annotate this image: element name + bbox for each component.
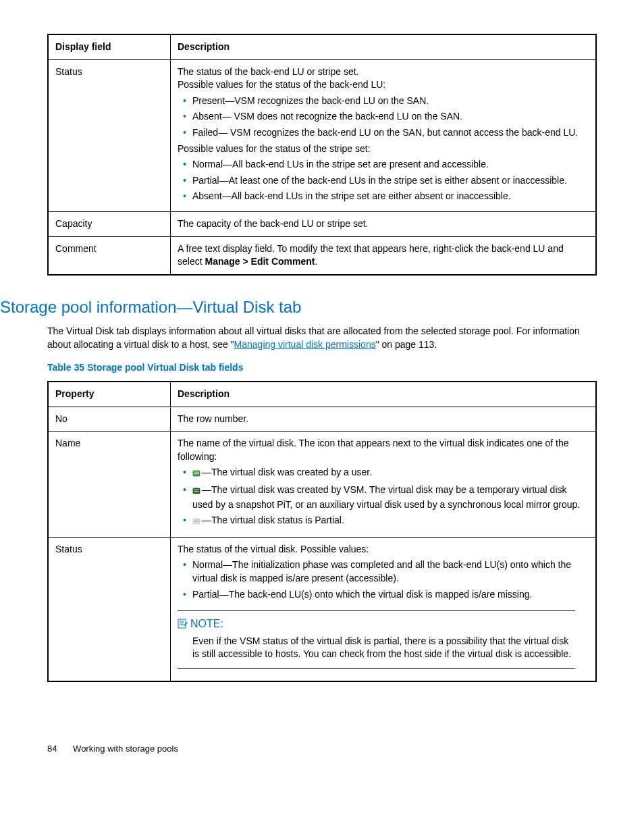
col-header-display: Display field xyxy=(48,34,171,59)
note-heading: NOTE: xyxy=(178,617,575,631)
status-intro2: Possible values for the status of the ba… xyxy=(178,78,589,92)
para-post: " on page 113. xyxy=(376,339,437,350)
list-item: Partial—At least one of the back-end LUs… xyxy=(192,174,589,188)
name-b1: —The virtual disk was created by VSM. Th… xyxy=(192,484,580,510)
cell-label: Name xyxy=(48,432,171,538)
status2-intro: The status of the virtual disk. Possible… xyxy=(178,543,589,556)
list-item: Absent— VSM does not recognize the back-… xyxy=(192,110,589,124)
comment-post: . xyxy=(315,256,317,267)
col-header-property: Property xyxy=(48,382,171,407)
svg-rect-7 xyxy=(194,520,199,521)
status-lu-list: Present—VSM recognizes the back-end LU o… xyxy=(178,95,589,140)
note-label: NOTE: xyxy=(190,618,223,629)
name-b2: —The virtual disk status is Partial. xyxy=(202,515,344,525)
table-caption: Table 35 Storage pool Virtual Disk tab f… xyxy=(47,361,597,375)
table-row: Comment A free text display field. To mo… xyxy=(48,236,596,275)
list-item: —The virtual disk status is Partial. xyxy=(192,514,589,529)
disk-user-icon xyxy=(192,467,200,481)
svg-rect-9 xyxy=(178,619,186,628)
section-heading: Storage pool information—Virtual Disk ta… xyxy=(0,296,597,319)
cell-label: No xyxy=(48,407,171,432)
comment-bold: Manage > Edit Comment xyxy=(205,256,315,267)
list-item: —The virtual disk was created by VSM. Th… xyxy=(192,484,589,511)
name-b0: —The virtual disk was created by a user. xyxy=(202,467,372,477)
svg-rect-5 xyxy=(194,491,199,492)
disk-partial-icon xyxy=(192,515,200,529)
col-header-description: Description xyxy=(171,382,597,407)
status2-bullets: Normal—The initialization phase was comp… xyxy=(178,558,589,601)
cell-label: Status xyxy=(48,59,171,211)
col-header-description: Description xyxy=(171,34,597,59)
table-virtual-disk-fields: Property Description No The row number. … xyxy=(47,381,597,682)
name-intro: The name of the virtual disk. The icon t… xyxy=(178,437,589,463)
cell-desc: The status of the virtual disk. Possible… xyxy=(171,537,597,681)
cell-desc: A free text display field. To modify the… xyxy=(171,236,597,275)
table-row: No The row number. xyxy=(48,407,596,432)
list-item: Present—VSM recognizes the back-end LU o… xyxy=(192,95,589,108)
cell-desc: The capacity of the back-end LU or strip… xyxy=(171,211,597,236)
disk-vsm-icon xyxy=(192,485,200,498)
chapter-name: Working with storage pools xyxy=(73,744,178,754)
svg-rect-1 xyxy=(194,472,199,473)
table-display-fields: Display field Description Status The sta… xyxy=(47,34,597,276)
link-managing-vdisk-permissions[interactable]: Managing virtual disk permissions xyxy=(234,339,376,350)
table-row: Name The name of the virtual disk. The i… xyxy=(48,432,596,538)
cell-desc: The status of the back-end LU or stripe … xyxy=(171,59,597,211)
note-body: Even if the VSM status of the virtual di… xyxy=(192,635,575,661)
list-item: Partial—The back-end LU(s) onto which th… xyxy=(192,588,589,602)
svg-rect-2 xyxy=(194,473,199,474)
table-row: Status The status of the back-end LU or … xyxy=(48,59,596,211)
list-item: Failed— VSM recognizes the back-end LU o… xyxy=(192,126,589,140)
cell-label: Capacity xyxy=(48,211,171,236)
list-item: Absent—All back-end LUs in the stripe se… xyxy=(192,190,589,203)
cell-desc: The name of the virtual disk. The icon t… xyxy=(171,432,597,538)
cell-label: Comment xyxy=(48,236,171,275)
list-item: —The virtual disk was created by a user. xyxy=(192,466,589,481)
status-stripe-list: Normal—All back-end LUs in the stripe se… xyxy=(178,158,589,203)
svg-rect-8 xyxy=(194,521,199,522)
note-block: NOTE: Even if the VSM status of the virt… xyxy=(178,610,575,669)
name-bullets: —The virtual disk was created by a user.… xyxy=(178,466,589,528)
cell-desc: The row number. xyxy=(171,407,597,432)
svg-rect-4 xyxy=(194,490,199,490)
list-item: Normal—The initialization phase was comp… xyxy=(192,558,589,585)
note-icon xyxy=(178,619,188,629)
table-row: Status The status of the virtual disk. P… xyxy=(48,537,596,681)
page-number: 84 xyxy=(47,743,57,755)
list-item: Normal—All back-end LUs in the stripe se… xyxy=(192,158,589,172)
cell-label: Status xyxy=(48,537,171,681)
intro-paragraph: The Virtual Disk tab displays informatio… xyxy=(47,325,597,351)
status-intro3: Possible values for the status of the st… xyxy=(178,142,589,156)
page-footer: 84 Working with storage pools xyxy=(47,743,597,755)
status-intro1: The status of the back-end LU or stripe … xyxy=(178,66,589,79)
table-row: Capacity The capacity of the back-end LU… xyxy=(48,211,596,236)
